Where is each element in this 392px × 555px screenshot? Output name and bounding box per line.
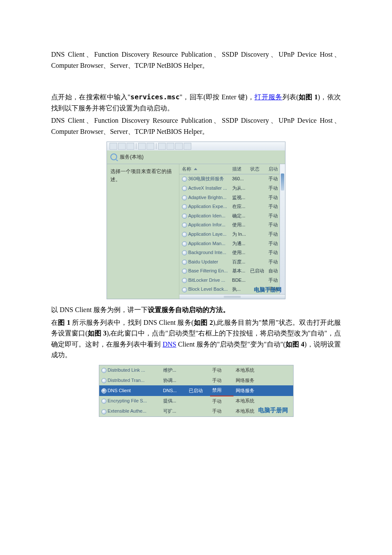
gear-icon [101, 378, 107, 383]
figure-1-services-window: 服务(本地) 选择一个项目来查看它的描述。 名称 描述 状态 启动 [107, 142, 285, 300]
service-row[interactable]: Distributed Link ...维护...手动本地系统 [99, 365, 293, 376]
toolbar-icon[interactable] [138, 143, 146, 150]
gear-icon [182, 232, 187, 237]
toolbar-icon[interactable] [127, 143, 134, 150]
dns-steps-para: 在图 1 所示服务列表中，找到 DNS Client 服务(如图 2),此服务目… [51, 317, 341, 361]
toolbar-separator [136, 143, 136, 149]
service-row[interactable]: Background Inte...使用...手动 [179, 248, 280, 257]
col-name[interactable]: 名称 [179, 164, 230, 174]
col-state[interactable]: 状态 [248, 164, 266, 174]
dns-example-para: 以 DNS Client 服务为例，讲一下设置服务自动启动的方法。 [51, 304, 341, 315]
service-row[interactable]: Application Infor...使用...手动 [179, 220, 280, 230]
toolbar-icon[interactable] [158, 143, 166, 150]
sort-arrow-icon [194, 168, 197, 170]
service-row[interactable]: ActiveX Installer ...为从...手动 [179, 184, 280, 193]
open-services-link[interactable]: 打开服务 [254, 93, 282, 101]
service-row[interactable]: Encrypting File S...提供...手动本地系统 [99, 396, 293, 407]
service-row[interactable]: Application Laye...为 In...手动 [179, 230, 280, 239]
services-left-hint: 选择一个项目来查看它的描述。 [107, 164, 179, 299]
service-row[interactable]: Application Expe...在应...手动 [179, 202, 280, 211]
gear-icon [182, 214, 187, 219]
figure-2-ref: 如图 2 [193, 319, 213, 326]
service-row[interactable]: Extensible Authe...可扩...手动本地系统 [99, 406, 293, 416]
service-row[interactable]: Application Man...为通...手动 [179, 239, 280, 249]
vertical-scrollbar[interactable] [280, 164, 285, 294]
magnify-icon [110, 153, 117, 160]
gear-icon [182, 287, 187, 292]
figure-1-ref: 如图 1 [298, 93, 317, 101]
service-row[interactable]: Base Filtering En...基本...已启动自动 [179, 266, 280, 276]
gear-icon [101, 409, 107, 414]
gear-icon [182, 260, 187, 265]
services-header: 服务(本地) [107, 150, 285, 164]
dns-link[interactable]: DNS [163, 341, 176, 348]
figure-4-ref: 如图 4 [285, 341, 304, 348]
gear-icon [182, 176, 187, 182]
figure-1-ref: 图 1 [58, 319, 70, 326]
toolbar-icon[interactable] [110, 143, 117, 150]
service-row[interactable]: Adaptive Brightn...监视...手动 [179, 193, 280, 202]
gear-icon [182, 278, 187, 283]
gear-icon [101, 388, 107, 393]
gear-icon [182, 250, 187, 255]
toolbar-icon[interactable] [147, 143, 154, 150]
instructions-para: 点开始，在搜索框中输入"services.msc"，回车(即按 Enter 键)… [51, 92, 341, 113]
gear-icon [182, 269, 187, 274]
service-row[interactable]: BitLocker Drive ...BDE...手动 [179, 276, 280, 285]
gear-icon [101, 368, 107, 373]
gear-icon [182, 186, 187, 191]
horizontal-scrollbar[interactable] [179, 294, 285, 299]
services-list-repeat: DNS Client、Function Discovery Resource P… [51, 115, 341, 137]
gear-icon [182, 204, 187, 209]
service-row[interactable]: Application Iden...确定...手动 [179, 211, 280, 221]
col-desc[interactable]: 描述 [230, 164, 248, 174]
services-toolbar [107, 142, 285, 150]
toolbar-separator [156, 143, 156, 149]
figure-3-ref: 如图 3 [88, 330, 107, 337]
service-row[interactable]: Baidu Updater百度...手动 [179, 257, 280, 267]
col-startup[interactable]: 启动 [266, 164, 280, 174]
services-table[interactable]: 名称 描述 状态 启动 360电脑技师服务360...手动ActiveX Ins… [179, 164, 280, 294]
toolbar-icon[interactable] [118, 143, 126, 150]
service-row[interactable]: Block Level Back...执...手动 [179, 285, 280, 294]
service-row[interactable]: Distributed Tran...协调...手动网络服务 [99, 376, 293, 386]
figure-2-dns-row: Distributed Link ...维护...手动本地系统Distribut… [99, 365, 294, 417]
gear-icon [182, 241, 187, 246]
toolbar-icon[interactable] [167, 143, 174, 150]
service-row[interactable]: 360电脑技师服务360...手动 [179, 174, 280, 184]
intro-services-list: DNS Client、Function Discovery Resource P… [51, 49, 341, 71]
gear-icon [101, 399, 107, 404]
command-text: services.msc [130, 93, 180, 101]
gear-icon [182, 195, 187, 200]
gear-icon [182, 223, 187, 228]
services-title: 服务(本地) [120, 153, 144, 161]
toolbar-icon[interactable] [175, 143, 183, 150]
service-row[interactable]: DNS ClientDNS...已启动禁用网络服务 [99, 385, 293, 396]
services-excerpt-table[interactable]: Distributed Link ...维护...手动本地系统Distribut… [99, 365, 293, 416]
toolbar-icon[interactable] [184, 143, 191, 150]
